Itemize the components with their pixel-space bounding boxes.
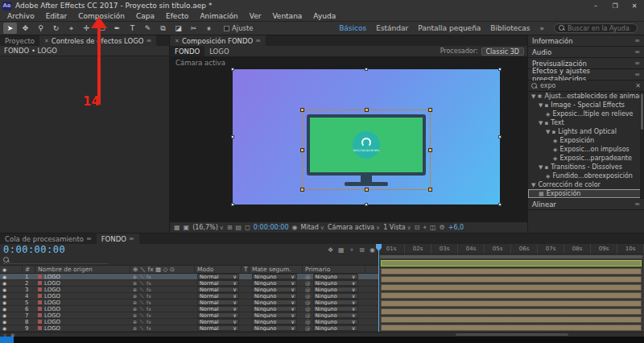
maximize-button[interactable]: ❐: [605, 0, 625, 11]
layer-switch-icon[interactable]: ＼: [139, 319, 144, 324]
draft-3d-icon[interactable]: ▦: [338, 246, 345, 254]
close-button[interactable]: ✕: [625, 0, 644, 11]
puppet-pin-tool[interactable]: ⚹: [202, 23, 216, 34]
blend-mode-dropdown[interactable]: Normal ∨: [197, 325, 239, 331]
current-timecode[interactable]: 0:00:00:00: [3, 244, 65, 255]
layer-visibility-toggle[interactable]: ◉: [2, 306, 6, 312]
layer-visibility-toggle[interactable]: ◉: [2, 312, 6, 318]
layer-name[interactable]: LOGO: [44, 280, 60, 286]
selection-handle[interactable]: [365, 188, 369, 192]
tree-item[interactable]: ▼ ▪ Lights and Optical: [528, 127, 644, 136]
clone-stamp-tool[interactable]: ⧉: [156, 23, 170, 34]
panel-menu-icon[interactable]: ≡: [634, 37, 640, 44]
panel-menu-icon[interactable]: ≡: [634, 200, 640, 208]
layer-visibility-toggle[interactable]: ◉: [2, 300, 6, 305]
fx-switch-icon[interactable]: fx: [147, 319, 151, 324]
tree-item[interactable]: ▼ ▪ Transitions - Dissolves: [528, 163, 644, 172]
blend-mode-dropdown[interactable]: Normal ∨: [197, 274, 239, 279]
blend-mode-dropdown[interactable]: Normal ∨: [197, 319, 239, 324]
parent-dropdown[interactable]: Ninguno ∨: [313, 312, 358, 318]
view-layout-dropdown[interactable]: 1 Vista ∨: [383, 224, 411, 231]
parent-pickwhip-icon[interactable]: @: [305, 280, 311, 286]
help-search-box[interactable]: [554, 23, 638, 33]
menu-item[interactable]: Archivo: [2, 11, 40, 22]
effects-search-input[interactable]: [540, 82, 613, 89]
tree-item-icon[interactable]: ▦: [539, 191, 544, 197]
layer-name[interactable]: LOGO: [44, 325, 60, 331]
layer-handle[interactable]: [365, 203, 368, 206]
menu-item[interactable]: Animación: [194, 11, 243, 22]
mask-visibility-icon[interactable]: ▤: [236, 224, 242, 231]
layer-name[interactable]: LOGO: [44, 274, 60, 279]
tree-item-icon[interactable]: ▼: [531, 182, 535, 188]
layer-color-swatch[interactable]: [38, 307, 42, 311]
parent-pickwhip-icon[interactable]: @: [305, 300, 311, 305]
shy-layers-icon[interactable]: ⚬: [349, 246, 355, 254]
zoom-dropdown[interactable]: (16,7%) ∨: [192, 224, 224, 231]
collapsed-panel-header[interactable]: Información ≡: [528, 35, 644, 46]
close-tab-icon[interactable]: ✕: [175, 38, 180, 44]
track-matte-dropdown[interactable]: Ninguno ∨: [252, 274, 297, 279]
hand-tool[interactable]: ✥: [19, 23, 32, 34]
comp-flowchart-icon[interactable]: ❖: [328, 246, 333, 254]
tree-item-icon[interactable]: ◈: [553, 147, 557, 153]
panel-menu-icon[interactable]: ≡: [634, 71, 640, 78]
layer-switch-icon[interactable]: ＼: [139, 306, 144, 312]
track-matte-dropdown[interactable]: Ninguno ∨: [252, 319, 297, 324]
layer-switch-icon[interactable]: ⊕: [133, 287, 137, 292]
layer-visibility-toggle[interactable]: ◉: [2, 280, 6, 286]
layer-switch-icon[interactable]: ⊕: [133, 325, 137, 331]
clear-search-icon[interactable]: ✕: [635, 82, 641, 89]
layer-visibility-toggle[interactable]: ◉: [2, 325, 6, 331]
blend-mode-dropdown[interactable]: Normal ∨: [197, 280, 239, 286]
parent-pickwhip-icon[interactable]: @: [305, 293, 311, 299]
align-panel-header[interactable]: Alinear ≡: [528, 199, 644, 209]
layer-name[interactable]: LOGO: [44, 287, 60, 292]
resolution-dropdown[interactable]: Mitad ∨: [301, 224, 324, 231]
column-track-matte[interactable]: Mate segum.: [250, 266, 303, 273]
tree-item[interactable]: ◈ Exposic...ltiple en relieve: [528, 110, 644, 118]
column-parent[interactable]: Primario: [303, 266, 365, 273]
layer-name[interactable]: LOGO: [44, 319, 60, 324]
zoom-tool[interactable]: ⚲: [34, 23, 47, 34]
layer-handle[interactable]: [231, 68, 234, 71]
transparency-grid-icon[interactable]: ⌖: [423, 224, 427, 232]
parent-pickwhip-icon[interactable]: @: [305, 325, 311, 331]
effects-scrollbar[interactable]: [640, 92, 644, 198]
layer-name[interactable]: LOGO: [44, 293, 60, 299]
layer-switch-icon[interactable]: ⊕: [133, 312, 137, 318]
layer-switch-icon[interactable]: ＼: [139, 312, 144, 318]
fx-switch-icon[interactable]: fx: [147, 325, 151, 331]
layer-duration-bar[interactable]: [381, 324, 642, 331]
type-tool[interactable]: T: [126, 23, 139, 34]
selection-tool[interactable]: ➤: [3, 23, 17, 34]
comp-tab[interactable]: FONDO: [170, 46, 204, 56]
track-matte-dropdown[interactable]: Ninguno ∨: [252, 293, 297, 299]
help-search-input[interactable]: [568, 25, 635, 32]
tree-item[interactable]: ◈ Exposic...on impulsos: [528, 145, 644, 154]
tree-item-icon[interactable]: ▼ ▪: [539, 102, 548, 109]
selection-handle[interactable]: [365, 108, 369, 112]
camera-view-dropdown[interactable]: Cámara activa ∨: [328, 224, 380, 231]
layer-color-swatch[interactable]: [38, 294, 42, 298]
layer-handle[interactable]: [231, 203, 234, 206]
blend-mode-dropdown[interactable]: Normal ∨: [197, 287, 239, 292]
track-matte-dropdown[interactable]: Ninguno ∨: [252, 280, 297, 286]
menu-item[interactable]: Ver: [244, 11, 267, 22]
layer-row[interactable]: ◉ 2 LOGO ⊕ ＼ fx Normal: [0, 280, 378, 287]
comp-tab[interactable]: LOGO: [204, 46, 233, 56]
tree-item[interactable]: ◈ Fundido...obreexposición: [528, 172, 644, 180]
effects-presets-header[interactable]: Efectos y ajustes preestablecidos ≡: [528, 69, 644, 80]
panel-menu-icon[interactable]: ≡: [634, 60, 640, 67]
region-of-interest-icon[interactable]: ◻: [245, 224, 250, 231]
tree-item[interactable]: ▼ Corrección de color: [528, 180, 644, 189]
scrollbar-thumb[interactable]: [641, 93, 643, 130]
layer-switch-icon[interactable]: ⊕: [133, 300, 137, 305]
time-ruler[interactable]: 01s 02s 03s 04s 05s 06s 07s 08s 09s: [378, 244, 644, 254]
layer-handle[interactable]: [365, 68, 368, 71]
fx-switch-icon[interactable]: fx: [147, 280, 151, 286]
tab-composition[interactable]: ✕ Composición FONDO ≡: [170, 35, 266, 46]
layer-switch-icon[interactable]: ＼: [139, 325, 144, 331]
composition-viewer[interactable]: Cámara activa microc: [170, 56, 527, 221]
layer-handle[interactable]: [498, 68, 502, 71]
